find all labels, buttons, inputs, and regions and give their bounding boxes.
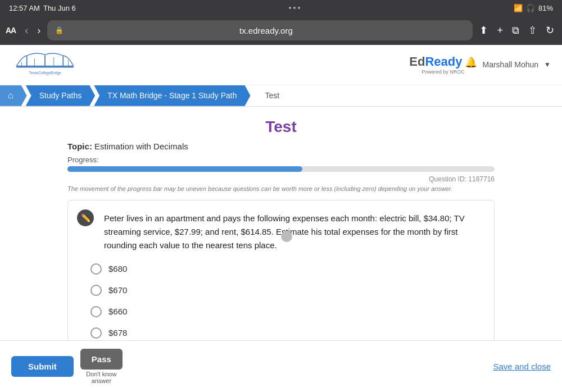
breadcrumb-study-paths[interactable]: Study Paths [26, 85, 96, 106]
breadcrumb-math-bridge[interactable]: TX Math Bridge - Stage 1 Study Path [94, 85, 250, 106]
page-footer: Submit Pass Don't knowanswer Save and cl… [0, 340, 562, 392]
radio-c[interactable] [90, 306, 102, 317]
save-close-button[interactable]: Save and close [493, 362, 551, 371]
progress-bar-fill [67, 166, 302, 172]
dot2 [293, 7, 296, 9]
user-name: Marshall Mohun [483, 60, 539, 69]
answer-b-label: $670 [108, 285, 127, 295]
question-card: ✏️ Peter lives in an apartment and pays … [67, 200, 495, 361]
wifi-icon: 📶 [514, 4, 523, 12]
forward-button[interactable]: › [35, 22, 43, 39]
radio-a[interactable] [90, 263, 102, 275]
progress-bar-bg [67, 166, 495, 172]
reload-button[interactable]: ↻ [543, 22, 556, 39]
radio-d[interactable] [90, 327, 102, 339]
progress-label: Progress: [67, 156, 495, 164]
page-title-section: Test [0, 107, 562, 142]
back-button[interactable]: ‹ [22, 22, 30, 39]
topic-label: Topic: [67, 142, 92, 151]
edready-brand: EdReady 🔔 Powered by NROC [409, 54, 477, 75]
question-text: Peter lives in an apartment and pays the… [104, 212, 483, 252]
submit-button[interactable]: Submit [11, 356, 74, 377]
breadcrumb: ⌂ Study Paths TX Math Bridge - Stage 1 S… [0, 85, 562, 107]
answer-option-b[interactable]: $670 [90, 285, 483, 296]
user-menu-chevron[interactable]: ▼ [544, 61, 551, 69]
question-container: Topic: Estimation with Decimals Progress… [56, 142, 506, 361]
pencil-icon: ✏️ [81, 213, 90, 222]
home-icon: ⌂ [8, 90, 13, 101]
progress-note: The movement of the progress bar may be … [67, 185, 495, 192]
progress-area: Progress: [67, 156, 495, 172]
topic-line: Topic: Estimation with Decimals [67, 142, 495, 151]
drag-handle[interactable] [281, 231, 292, 242]
lock-icon: 🔒 [55, 26, 64, 34]
address-bar[interactable]: 🔒 tx.edready.org [47, 20, 473, 40]
main-content: TexasCollegeBridge EdReady 🔔 Powered by … [0, 45, 562, 392]
svg-text:TexasCollegeBridge: TexasCollegeBridge [29, 71, 61, 75]
answer-d-label: $678 [108, 328, 127, 338]
dont-know-text: Don't knowanswer [86, 371, 116, 384]
question-id: Question ID: 1187716 [67, 175, 495, 183]
page-body: Test Topic: Estimation with Decimals Pro… [0, 107, 562, 372]
dot1 [289, 7, 291, 9]
ready-label: Ready [425, 54, 462, 69]
answer-option-d[interactable]: $678 [90, 327, 483, 339]
headphone-icon: 🎧 [526, 4, 535, 12]
page-title: Test [265, 118, 297, 135]
answer-option-c[interactable]: $660 [90, 306, 483, 317]
time-display: 12:57 AM [9, 4, 40, 12]
pass-button[interactable]: Pass [80, 349, 123, 370]
new-tab-button[interactable]: + [495, 22, 505, 39]
dot3 [298, 7, 300, 9]
aa-text[interactable]: AA [6, 26, 16, 35]
header-right: EdReady 🔔 Powered by NROC Marshall Mohun… [409, 54, 551, 75]
status-center [289, 7, 300, 9]
current-page-label: Test [265, 91, 280, 100]
answer-option-a[interactable]: $680 [90, 263, 483, 275]
pass-area: Pass Don't knowanswer [80, 349, 123, 384]
status-bar: 12:57 AM Thu Jun 6 📶 🎧 81% [0, 0, 562, 16]
answer-a-label: $680 [108, 264, 127, 274]
study-paths-label: Study Paths [39, 91, 82, 100]
question-icon: ✏️ [77, 209, 94, 226]
svg-rect-8 [16, 66, 74, 68]
day-display: Thu Jun 6 [43, 4, 76, 12]
site-header: TexasCollegeBridge EdReady 🔔 Powered by … [0, 45, 562, 85]
url-text: tx.edready.org [67, 26, 465, 35]
powered-by: Powered by NROC [409, 69, 477, 75]
math-bridge-label: TX Math Bridge - Stage 1 Study Path [107, 91, 237, 100]
topic-value: Estimation with Decimals [94, 142, 188, 151]
answer-c-label: $660 [108, 307, 127, 316]
status-right: 📶 🎧 81% [514, 4, 553, 12]
logo-area: TexasCollegeBridge [11, 51, 79, 79]
battery-display: 81% [538, 4, 553, 12]
status-left: 12:57 AM Thu Jun 6 [9, 4, 76, 12]
bell-icon[interactable]: 🔔 [465, 56, 477, 69]
radio-b[interactable] [90, 285, 102, 296]
upload-button[interactable]: ⇧ [526, 22, 539, 39]
browser-chrome: AA ‹ › 🔒 tx.edready.org ⬆ + ⧉ ⇧ ↻ [0, 16, 562, 45]
share-button[interactable]: ⬆ [477, 22, 490, 39]
ed-label: Ed [409, 54, 425, 69]
breadcrumb-current: Test [256, 85, 289, 106]
tcb-logo: TexasCollegeBridge [11, 51, 79, 79]
answer-options: $680 $670 $660 $678 [90, 263, 483, 339]
tabs-button[interactable]: ⧉ [510, 22, 522, 39]
breadcrumb-home[interactable]: ⌂ [0, 85, 27, 106]
